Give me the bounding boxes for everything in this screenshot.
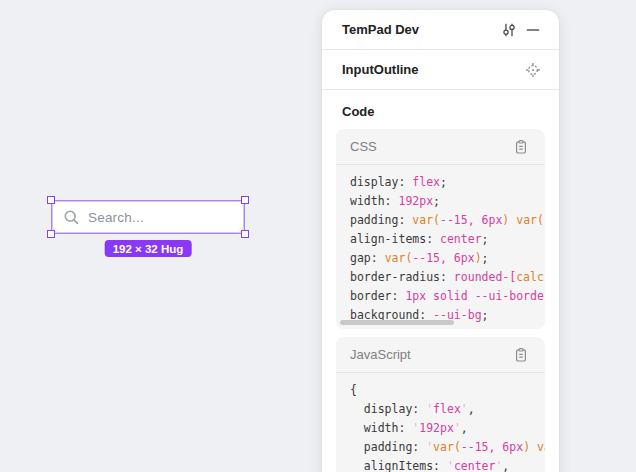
component-name: InputOutline bbox=[342, 62, 521, 77]
minimize-icon[interactable] bbox=[521, 18, 545, 42]
code-token: ; bbox=[482, 232, 489, 246]
panel-header: TemPad Dev bbox=[322, 10, 559, 50]
javascript-card-header: JavaScript bbox=[336, 337, 545, 373]
code-token: padding: bbox=[350, 213, 412, 227]
code-token: alignItems: bbox=[350, 459, 447, 472]
code-token: rounded-[ bbox=[454, 270, 516, 284]
magnifier-icon bbox=[63, 209, 80, 226]
code-token: flex bbox=[412, 175, 440, 189]
code-token: calc( bbox=[516, 270, 545, 284]
code-line: padding: var(--15, 6px) var(-- bbox=[350, 211, 545, 230]
javascript-code-body[interactable]: { display: 'flex', width: '192px', paddi… bbox=[336, 373, 545, 472]
code-token: var( bbox=[516, 213, 544, 227]
search-input-component[interactable]: Search... bbox=[52, 201, 244, 233]
panel-title: TemPad Dev bbox=[342, 22, 497, 37]
code-token: -- bbox=[544, 213, 545, 227]
code-token: , bbox=[461, 421, 468, 435]
code-token: ; bbox=[482, 251, 489, 265]
code-token: ) bbox=[475, 251, 482, 265]
locate-target-icon[interactable] bbox=[521, 58, 545, 82]
code-token: display: bbox=[350, 175, 412, 189]
code-token: , bbox=[502, 459, 509, 472]
selected-component-row: InputOutline bbox=[322, 50, 559, 90]
code-token: 1px solid --ui-border- bbox=[405, 289, 545, 303]
search-placeholder-text: Search... bbox=[88, 210, 144, 225]
code-token: padding: bbox=[350, 440, 426, 454]
code-token: var( bbox=[412, 213, 440, 227]
code-line: border: 1px solid --ui-border- bbox=[350, 287, 545, 306]
code-line: border-radius: rounded-[calc(v bbox=[350, 268, 545, 287]
code-token: border: bbox=[350, 289, 405, 303]
code-token: flex bbox=[433, 402, 461, 416]
tempad-dev-panel: TemPad Dev InputOutline bbox=[322, 10, 559, 472]
code-token: 192px bbox=[398, 194, 433, 208]
code-token: ' bbox=[447, 459, 454, 472]
code-line: alignItems: 'center', bbox=[350, 457, 545, 472]
code-line: width: '192px', bbox=[350, 419, 545, 438]
code-token: center bbox=[440, 232, 482, 246]
code-token: var( bbox=[433, 440, 461, 454]
css-card-header: CSS bbox=[336, 129, 545, 165]
code-token: ; bbox=[433, 194, 440, 208]
code-token: var( bbox=[385, 251, 413, 265]
code-token: align-items: bbox=[350, 232, 440, 246]
code-token: --15, 6px bbox=[440, 213, 502, 227]
code-token: display: bbox=[350, 402, 426, 416]
code-section: Code CSS display: flex;width: 192px;padd… bbox=[322, 90, 559, 472]
javascript-lang-label: JavaScript bbox=[350, 347, 509, 362]
code-token bbox=[530, 440, 537, 454]
code-token: width: bbox=[350, 194, 398, 208]
horizontal-scrollbar[interactable] bbox=[340, 320, 541, 325]
copy-clipboard-icon[interactable] bbox=[509, 343, 533, 367]
code-token: center bbox=[454, 459, 496, 472]
css-lang-label: CSS bbox=[350, 139, 509, 154]
code-token: border-radius: bbox=[350, 270, 454, 284]
code-token: --15, 6px bbox=[412, 251, 474, 265]
code-token: --15, 6px bbox=[461, 440, 523, 454]
code-section-title: Code bbox=[336, 100, 545, 129]
code-token: ' bbox=[461, 402, 468, 416]
code-token: gap: bbox=[350, 251, 385, 265]
code-token: ' bbox=[454, 421, 461, 435]
javascript-code-card: JavaScript { display: 'flex', width: '19… bbox=[336, 337, 545, 472]
code-line: { bbox=[350, 381, 545, 400]
copy-clipboard-icon[interactable] bbox=[509, 135, 533, 159]
settings-sliders-icon[interactable] bbox=[497, 18, 521, 42]
code-line: align-items: center; bbox=[350, 230, 545, 249]
code-line: display: flex; bbox=[350, 173, 545, 192]
code-line: width: 192px; bbox=[350, 192, 545, 211]
css-code-body[interactable]: display: flex;width: 192px;padding: var(… bbox=[336, 165, 545, 329]
code-line: gap: var(--15, 6px); bbox=[350, 249, 545, 268]
scrollbar-thumb[interactable] bbox=[340, 320, 454, 325]
code-line: display: 'flex', bbox=[350, 400, 545, 419]
code-token: { bbox=[350, 383, 357, 397]
code-token: var bbox=[537, 440, 545, 454]
code-token: width: bbox=[350, 421, 412, 435]
code-token: , bbox=[468, 402, 475, 416]
css-code-card: CSS display: flex;width: 192px;padding: … bbox=[336, 129, 545, 329]
code-token: ; bbox=[440, 175, 447, 189]
code-line: padding: 'var(--15, 6px) var bbox=[350, 438, 545, 457]
code-token: 192px bbox=[419, 421, 454, 435]
dimension-badge: 192 × 32 Hug bbox=[105, 240, 192, 257]
